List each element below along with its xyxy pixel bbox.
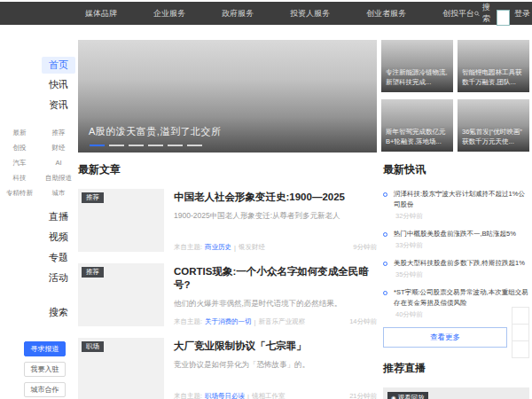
carousel-dash[interactable]	[90, 145, 105, 146]
sidebar-item-search[interactable]: 搜索	[49, 303, 68, 322]
promo-card-text: 专注新能源冷链物流,新望科技完成...	[386, 68, 449, 88]
article-source[interactable]: 镜相工作室	[252, 392, 286, 399]
sidebar-item-live[interactable]: 直播	[49, 207, 68, 226]
newsflash-timestamp: 33分钟前	[395, 241, 529, 250]
article-body: 中国老人社会形象变迁史:1900—2025 1900-2025中国老人形象变迁:…	[174, 189, 377, 252]
login-button[interactable]: 登录	[514, 8, 530, 20]
article-topic-link[interactable]: 职场每日必读	[205, 392, 245, 399]
article-topic-prefix: 来自主题:	[174, 317, 202, 326]
promo-card-text: 智能锂电园林工具获数千万融资,团队...	[462, 68, 525, 88]
article-row[interactable]: 推荐 中国老人社会形象变迁史:1900—2025 1900-2025中国老人形象…	[78, 189, 377, 252]
article-source[interactable]: 银发财经	[239, 243, 265, 252]
sidebar-item-city[interactable]: 城市	[39, 185, 78, 200]
floating-tool-button[interactable]	[512, 340, 529, 358]
article-thumbnail[interactable]: 推荐	[78, 189, 164, 252]
article-description: 他们的火爆并非偶然,而是时代语境下的必然结果。	[174, 299, 377, 309]
newsflash-item[interactable]: 热门中概股美股盘前涨跌不一,B站涨超5%	[383, 229, 529, 239]
newsflash-item[interactable]: *ST宇顺:公司股票交易异常波动,本次重组交易存在资金筹措及偿债风险	[383, 287, 529, 309]
carousel-dash[interactable]	[129, 145, 144, 146]
sidebar-item-specialized[interactable]: 专精特新	[0, 185, 39, 200]
bullet-ring-icon	[383, 192, 387, 197]
article-meta: 来自主题: 职场每日必读 | 镜相工作室 21分钟前	[174, 392, 377, 399]
sidebar-item-venture[interactable]: 创投	[0, 140, 39, 155]
promo-card-text: 36氪首发|“优时映画”获数千万元天使...	[462, 128, 525, 147]
promo-card[interactable]: 斯年智驾完成数亿元B+轮融资,落地场...	[381, 99, 453, 152]
newsflash-item[interactable]: 美股大型科技股盘前多数下跌,特斯拉跌超1%	[383, 258, 529, 269]
sidebar-item-topics[interactable]: 专题	[49, 248, 68, 267]
promo-card-grid: 专注新能源冷链物流,新望科技完成... 智能锂电园林工具获数千万融资,团队...…	[381, 40, 529, 152]
floating-tool-button[interactable]	[512, 307, 529, 325]
article-timestamp: 9分钟前	[353, 243, 377, 252]
nav-investor-service[interactable]: 投资人服务	[290, 8, 330, 20]
hero-title: A股的泼天富贵,溢到了北交所	[89, 125, 221, 138]
chat-widget-button[interactable]	[497, 10, 510, 26]
meta-divider: |	[247, 393, 249, 399]
sidebar-item-latest[interactable]: 最新	[0, 125, 39, 140]
search-icon	[474, 10, 480, 18]
promo-card-text: 斯年智驾完成数亿元B+轮融资,落地场...	[386, 128, 449, 147]
sidebar-item-flash[interactable]: 快讯	[49, 75, 68, 94]
sidebar-category-grid: 最新 推荐 创投 财经 汽车 AI 科技 自助报道 专精特新 城市	[0, 125, 78, 200]
carousel-dash[interactable]	[168, 145, 183, 146]
nav-venture-platform[interactable]: 创投平台	[442, 8, 474, 20]
recommended-live-heading: 推荐直播	[383, 361, 529, 376]
meta-divider: |	[254, 318, 256, 326]
city-cooperation-button[interactable]: 城市合作	[24, 382, 66, 397]
sidebar-item-recommended[interactable]: 推荐	[39, 125, 78, 140]
article-topic-prefix: 来自主题:	[174, 392, 202, 399]
sidebar-item-events[interactable]: 活动	[49, 269, 68, 287]
sidebar-primary-nav: 首页 快讯 资讯	[39, 57, 78, 116]
newsflash-timestamp: 35分钟前	[395, 270, 529, 279]
promo-card[interactable]: 智能锂电园林工具获数千万融资,团队...	[458, 40, 529, 92]
seek-report-button[interactable]: 寻求报道	[24, 341, 66, 356]
article-body: 大厂竞业限制协议「七宗罪」 竞业协议是如何异化为「恐怖故事」的。 来自主题: 职…	[174, 338, 377, 399]
promo-card[interactable]: 36氪首发|“优时映画”获数千万元天使...	[458, 99, 529, 152]
article-title[interactable]: CORTIS现象:一个小众名字如何变成全民暗号?	[174, 265, 377, 292]
replay-icon: ◉	[391, 395, 396, 399]
bullet-ring-icon	[383, 232, 387, 237]
sidebar-item-auto[interactable]: 汽车	[0, 155, 39, 170]
sidebar-item-news[interactable]: 资讯	[49, 96, 68, 114]
carousel-dash[interactable]	[109, 145, 124, 146]
article-row[interactable]: 职场 大厂竞业限制协议「七宗罪」 竞业协议是如何异化为「恐怖故事」的。 来自主题…	[78, 338, 377, 399]
hero-carousel[interactable]: A股的泼天富贵,溢到了北交所	[78, 40, 377, 153]
sidebar-item-home[interactable]: 首页	[42, 57, 75, 74]
sidebar-secondary-nav: 直播 视频 专题 活动	[39, 207, 78, 289]
article-body: CORTIS现象:一个小众名字如何变成全民暗号? 他们的火爆并非偶然,而是时代语…	[174, 263, 377, 326]
live-replay-card[interactable]: ◉ 观看回放	[383, 387, 529, 399]
article-topic-link[interactable]: 商业历史	[205, 243, 231, 252]
nav-government-service[interactable]: 政府服务	[222, 8, 254, 20]
promo-card[interactable]: 专注新能源冷链物流,新望科技完成...	[381, 40, 453, 92]
article-row[interactable]: 推荐 CORTIS现象:一个小众名字如何变成全民暗号? 他们的火爆并非偶然,而是…	[78, 263, 377, 326]
article-tag-badge: 职场	[82, 341, 104, 352]
sidebar-item-tech[interactable]: 科技	[0, 170, 39, 185]
article-title[interactable]: 大厂竞业限制协议「七宗罪」	[174, 340, 377, 353]
sidebar-item-self-report[interactable]: 自助报道	[39, 170, 78, 185]
newsflash-text: *ST宇顺:公司股票交易异常波动,本次重组交易存在资金筹措及偿债风险	[394, 287, 529, 309]
floating-tool-button[interactable]	[512, 324, 529, 341]
nav-founder-service[interactable]: 创业者服务	[366, 8, 406, 20]
newsflash-text: 润泽科技:股东宁波大容计划减持不超过1%公司股份	[394, 189, 529, 210]
search-button[interactable]: 搜索	[474, 2, 493, 25]
sidebar-item-finance[interactable]: 财经	[39, 140, 78, 155]
join-us-button[interactable]: 我要入驻	[24, 362, 66, 377]
replay-badge-label: 观看回放	[398, 394, 425, 399]
sidebar-item-ai[interactable]: AI	[39, 155, 78, 170]
article-title[interactable]: 中国老人社会形象变迁史:1900—2025	[174, 191, 377, 204]
article-thumbnail[interactable]: 推荐	[78, 263, 164, 326]
view-more-button[interactable]: 查看更多	[383, 327, 507, 348]
sidebar-action-buttons: 寻求报道 我要入驻 城市合作	[24, 341, 66, 397]
nav-media-brand[interactable]: 媒体品牌	[85, 8, 117, 20]
carousel-dash[interactable]	[187, 145, 202, 146]
article-source[interactable]: 新音乐产业观察	[259, 317, 306, 326]
article-tag-badge: 推荐	[82, 267, 104, 278]
carousel-dash[interactable]	[148, 145, 163, 146]
sidebar-item-video[interactable]: 视频	[49, 228, 68, 246]
article-tag-badge: 推荐	[82, 192, 104, 203]
article-description: 1900-2025中国老人形象变迁:从尊者到多元新老人	[174, 211, 377, 222]
newsflash-heading: 最新快讯	[383, 162, 529, 177]
newsflash-item[interactable]: 润泽科技:股东宁波大容计划减持不超过1%公司股份	[383, 189, 529, 210]
article-topic-link[interactable]: 关于消费的一切	[205, 317, 252, 326]
nav-enterprise-service[interactable]: 企业服务	[153, 8, 185, 20]
article-thumbnail[interactable]: 职场	[78, 338, 164, 399]
